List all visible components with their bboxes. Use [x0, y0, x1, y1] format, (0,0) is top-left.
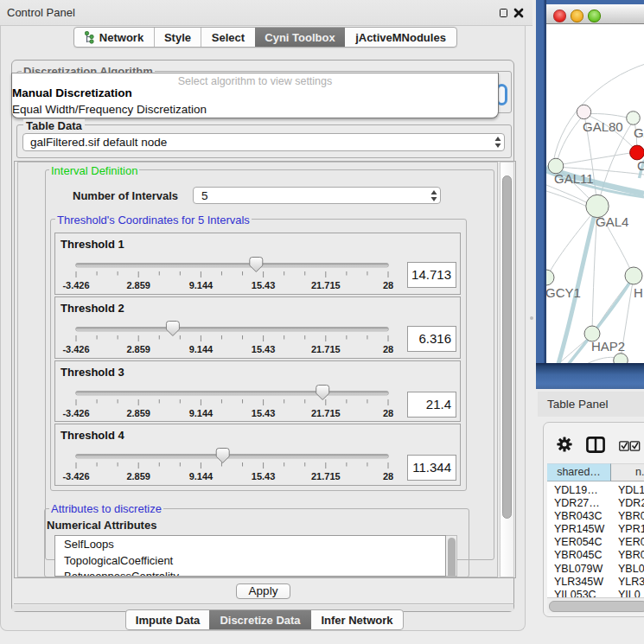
svg-text:GAL4: GAL4 — [596, 214, 628, 229]
svg-text:GAL80: GAL80 — [583, 119, 623, 134]
svg-text:HAP2: HAP2 — [591, 339, 625, 354]
svg-text:GAL7: GAL7 — [634, 125, 644, 140]
svg-text:H: H — [634, 285, 643, 300]
svg-text:GAL11: GAL11 — [554, 171, 594, 186]
svg-text:GCY1: GCY1 — [546, 285, 581, 300]
svg-text:C: C — [637, 158, 644, 173]
